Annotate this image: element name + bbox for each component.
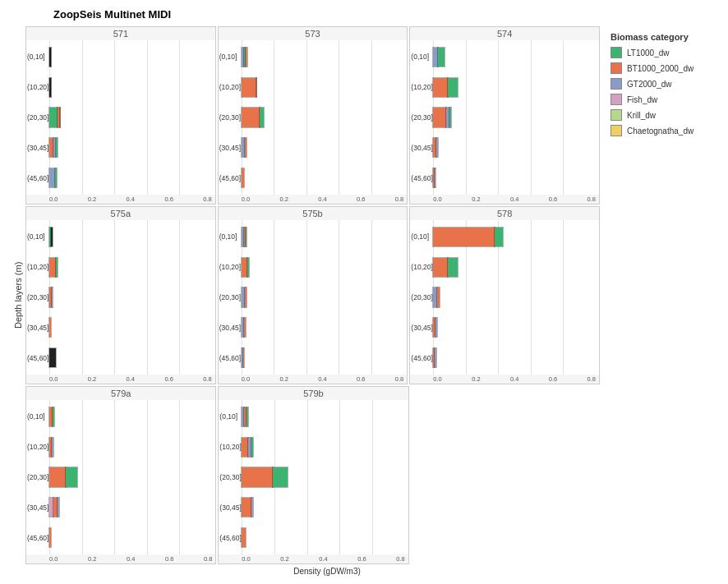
bar-row: (30,45] [49,494,212,521]
bar-segment [251,438,253,457]
depth-label: (10,20] [27,263,48,271]
legend-label: BT1000_2000_dw [627,64,693,73]
bar-segment [433,78,448,97]
depth-label: (0,10] [27,412,45,421]
bar-segment [242,528,246,547]
plot-inner: (0,10](10,20](20,30](30,45](45,60] [219,40,408,195]
depth-label: (30,45] [27,504,48,512]
bar-row: (30,45] [433,134,596,161]
depth-label: (20,30] [219,293,241,301]
bar-row: (20,30] [49,283,212,310]
depth-label: (20,30] [27,293,48,301]
legend-label: LT1000_dw [627,48,670,57]
bar-track [242,108,404,126]
x-axis-ticks: 0.00.20.40.60.8 [410,195,599,204]
bar-track [242,78,404,97]
bar-track [433,108,596,126]
bar-row: (0,10] [433,44,596,71]
depth-label: (0,10] [219,53,237,61]
content-area: Depth layers (m) 571(0,10](10,20](20,30]… [8,25,720,565]
bar-row: (0,10] [49,223,212,251]
legend-label: Fish_dw [627,95,657,104]
depth-label: (45,60] [27,534,48,542]
depth-label: (45,60] [219,174,241,182]
legend-item: BT1000_2000_dw [611,62,713,74]
bar-segment [52,438,53,457]
x-axis-ticks: 0.00.20.40.60.8 [219,195,408,204]
bar-segment [251,498,253,517]
bar-row: (20,30] [242,463,404,490]
x-axis-ticks: 0.00.20.40.60.8 [26,375,215,384]
bar-segment [448,258,458,277]
bar-segment [244,318,246,337]
plot-title: 579a [26,387,215,400]
depth-label: (10,20] [219,443,241,451]
bar-row: (45,60] [49,164,212,191]
legend-label: Krill_dw [627,111,656,120]
depth-label: (20,30] [219,113,241,122]
legend-item: Chaetognatha_dw [611,125,713,136]
bar-segment [49,78,51,97]
bar-segment [51,228,53,246]
bar-segment [53,407,54,426]
legend-label: Chaetognatha_dw [627,126,693,136]
bar-track [242,138,404,157]
bar-track [433,258,596,277]
depth-label: (20,30] [411,293,432,301]
legend-label: GT2000_dw [627,80,671,89]
bar-row: (45,60] [433,164,596,191]
depth-label: (10,20] [27,443,48,451]
bar-track [49,78,212,97]
bar-segment [435,318,437,337]
bar-row: (30,45] [242,314,404,341]
bar-row: (10,20] [49,74,212,101]
bar-row: (20,30] [433,283,596,310]
bar-track [242,258,404,277]
bar-track [433,318,596,337]
bar-segment [449,108,451,126]
bar-row: (45,60] [49,344,212,371]
bar-segment [448,78,458,97]
depth-label: (0,10] [411,232,429,241]
depth-label: (0,10] [27,53,45,61]
bar-segment [435,168,435,187]
bar-segment [49,348,56,367]
bar-segment [242,108,260,126]
bar-track [433,78,596,97]
plot-inner: (0,10](10,20](20,30](30,45](45,60] [410,220,599,375]
bar-track [433,287,596,306]
bar-track [242,48,404,67]
bar-track [242,467,404,486]
bar-segment [243,348,244,367]
bar-segment [49,467,66,486]
bar-track [49,348,212,367]
bar-segment [52,287,53,306]
bar-segment [260,108,264,126]
plots-grid-container: 571(0,10](10,20](20,30](30,45](45,60]0.0… [25,25,601,565]
depth-label: (30,45] [219,324,241,332]
bar-row: (0,10] [242,403,404,430]
depth-label: (10,20] [411,83,432,91]
plot-title: 575b [219,207,408,220]
bar-segment [49,48,51,67]
bar-track [49,258,212,277]
bar-segment [495,228,503,246]
bar-row: (20,30] [49,463,212,490]
plot-inner: (0,10](10,20](20,30](30,45](45,60] [219,220,408,375]
bar-segment [246,48,247,67]
bar-segment [437,287,440,306]
legend-swatch [611,94,622,105]
x-axis-ticks: 0.00.20.40.60.8 [26,195,215,204]
plots-row: 575a(0,10](10,20](20,30](30,45](45,60]0.… [25,205,601,385]
plot-cell: 579a(0,10](10,20](20,30](30,45](45,60]0.… [25,386,216,564]
bar-track [49,407,212,426]
bar-row: (10,20] [242,254,404,281]
bar-track [433,228,596,246]
plot-title: 575a [26,207,215,220]
plots-row: 571(0,10](10,20](20,30](30,45](45,60]0.0… [25,25,601,205]
depth-label: (30,45] [219,144,241,152]
bar-segment [247,407,248,426]
y-axis-label: Depth layers (m) [8,25,25,565]
bar-row: (0,10] [242,44,404,71]
bar-row: (30,45] [433,314,596,341]
